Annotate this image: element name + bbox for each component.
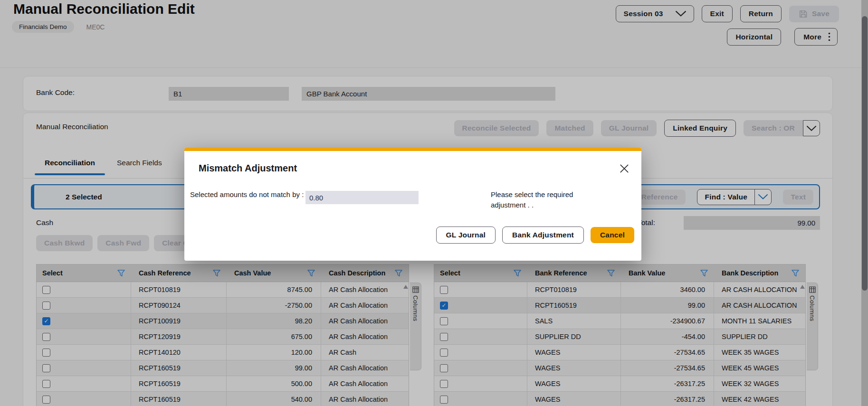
mismatch-amount-field[interactable]: 0.80 [305,191,419,204]
modal-buttons: GL Journal Bank Adjustment Cancel [436,227,634,244]
modal-accent-bar [184,148,641,151]
mismatch-message: Selected amounts do not match by : [190,189,306,200]
close-icon[interactable] [618,162,631,175]
modal-cancel-button[interactable]: Cancel [591,227,634,243]
modal-bank-adjustment-button[interactable]: Bank Adjustment [502,227,584,244]
modal-gl-journal-button[interactable]: GL Journal [436,227,496,244]
modal-title: Mismatch Adjustment [199,163,297,174]
mismatch-adjustment-dialog: Mismatch Adjustment Selected amounts do … [184,148,641,261]
adjustment-prompt: Please select the required adjustment . … [491,189,593,210]
